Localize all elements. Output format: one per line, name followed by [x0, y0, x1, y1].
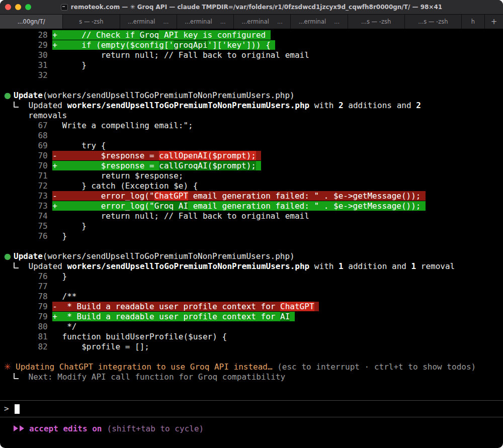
code-text: return $response; [52, 171, 183, 181]
code-text: removals [4, 111, 67, 120]
diff-context-line: 69 try { [4, 141, 499, 151]
tab-bar: ...00gn/T/s — -zsh...erminal......ermina… [0, 14, 503, 29]
added-code-highlight: Groq AI [154, 201, 188, 211]
code-text: (workers/sendUpsellToGoPremiumToNonPremi… [43, 251, 295, 261]
titlebar[interactable]: remoteok.com — ✳ Groq API — claude TMPDI… [0, 0, 503, 14]
code-text: function buildUserProfile($user) { [52, 332, 227, 341]
tab-title: h [471, 18, 475, 25]
code-text: additions and [344, 101, 416, 110]
removed-code: - * Build a readable user profile contex… [52, 302, 280, 311]
diff-context-line: 68 [4, 131, 499, 141]
mode-hint: (shift+tab to cycle) [107, 424, 204, 434]
tab-overflow-indicator: ... [163, 18, 169, 25]
code-text: return null; // Fall back to original em… [52, 211, 309, 221]
terminal-tab[interactable]: ...erminal... [177, 15, 234, 29]
added-code: + * Build a readable user profile contex… [52, 312, 280, 321]
diff-line-removed: 79 - * Build a readable user profile con… [4, 302, 499, 312]
minimize-button[interactable] [15, 4, 21, 10]
code-text: Updated [19, 261, 67, 271]
line-number: 73 [4, 201, 52, 211]
tab-title: ...erminal [299, 18, 326, 25]
terminal-tab[interactable]: ...00gn/T/ [0, 15, 63, 29]
diff-context-line: 30 return null; // Fall back to original… [4, 50, 499, 60]
prompt-input-box[interactable]: > [0, 400, 503, 417]
terminal-tab[interactable]: ...s — -zsh [348, 15, 405, 29]
line-number: 81 [4, 332, 52, 341]
line-number: 76 [4, 231, 52, 241]
bullet-icon: ● [4, 251, 14, 261]
code-text [4, 101, 14, 110]
close-button[interactable] [5, 4, 11, 10]
code-text: } [52, 221, 86, 231]
terminal-window: remoteok.com — ✳ Groq API — claude TMPDI… [0, 0, 503, 448]
tool-call-header: ● Update(workers/sendUpsellToGoPremiumTo… [4, 91, 499, 101]
tab-title: s — -zsh [79, 18, 103, 25]
added-code-highlight: groqApi [174, 40, 207, 50]
text-cursor [15, 404, 20, 414]
terminal-tab[interactable]: s — -zsh [63, 15, 120, 29]
added-code: ']['key'])) { [208, 40, 276, 50]
added-code [256, 161, 261, 170]
window-controls [5, 0, 31, 14]
code-text: Write a compelling email:"; [52, 121, 193, 130]
diff-context-line: 31 } [4, 60, 499, 70]
hint-text: Next: Modify API call function for Groq … [19, 372, 285, 382]
diff-context-line: 74 return null; // Fall back to original… [4, 211, 499, 221]
added-code: + error_log(" [52, 201, 154, 211]
diff-context-line: 82 $profile = []; [4, 342, 499, 352]
line-number: 68 [4, 131, 48, 140]
code-text: */ [52, 322, 76, 331]
added-code: + $response = [52, 161, 159, 170]
status-line: ✳ Updating ChatGPT integration to use Gr… [4, 362, 499, 372]
diff-context-line: 71 return $response; [4, 171, 499, 181]
diff-context-line: 81 function buildUserProfile($user) { [4, 332, 499, 342]
code-text: } [52, 272, 67, 281]
terminal-tab[interactable]: h [462, 15, 485, 29]
code-text: with [309, 101, 339, 110]
removed-code [314, 302, 319, 311]
terminal-tab[interactable]: ...erminal... [234, 15, 291, 29]
line-number: 67 [4, 121, 52, 130]
blank-line [4, 80, 499, 91]
diff-line-added: 28 + // Check if Groq API key is configu… [4, 30, 499, 40]
terminal-tab[interactable]: ...erminal... [291, 15, 348, 29]
removed-code-highlight: ChatGPT [280, 302, 314, 311]
line-number: 75 [4, 221, 52, 231]
diff-line-added: 79 + * Build a readable user profile con… [4, 312, 499, 322]
diff-line-removed: 70 - $response = callOpenAI($prompt); [4, 151, 499, 161]
code-text: addition and [344, 261, 411, 271]
added-code: email generation failed: " . $e->getMess… [188, 201, 426, 211]
line-number: 31 [4, 60, 52, 70]
line-number: 28 [4, 30, 52, 40]
elbow-icon [14, 102, 19, 108]
line-number: 78 [4, 292, 52, 301]
diff-context-line: 76 } [4, 231, 499, 241]
terminal-tab[interactable]: ...s — -zsh [405, 15, 462, 29]
line-number: 29 [4, 40, 52, 50]
diff-context-line: 80 */ [4, 322, 499, 332]
terminal-output[interactable]: 28 + // Check if Groq API key is configu… [0, 29, 503, 382]
bold-text: 1 [411, 261, 416, 271]
diff-line-added: 29 + if (empty($config['groqApi']['key']… [4, 40, 499, 50]
added-code: API key is configured [159, 30, 271, 40]
line-number: 69 [4, 141, 52, 150]
code-text: $profile = []; [52, 342, 149, 351]
prompt-symbol: > [4, 404, 9, 414]
status-text: Updating ChatGPT integration to use Groq… [11, 362, 277, 372]
line-number: 79 [4, 302, 52, 311]
new-tab-button[interactable]: + [485, 15, 503, 29]
removed-code-highlight: callOpenAI($prompt); [159, 151, 256, 160]
bullet-icon: ● [4, 91, 14, 100]
line-number: 79 [4, 312, 52, 321]
tab-title: ...00gn/T/ [18, 18, 45, 25]
blank-line [4, 241, 499, 251]
elbow-icon [14, 373, 19, 379]
window-title-area: remoteok.com — ✳ Groq API — claude TMPDI… [61, 4, 442, 11]
code-text: } [52, 60, 86, 70]
removed-code [256, 151, 261, 160]
code-text: removal [416, 261, 455, 271]
diff-context-line: 72 } catch (Exception $e) { [4, 181, 499, 191]
terminal-tab[interactable]: ...erminal... [120, 15, 177, 29]
zoom-button[interactable] [25, 4, 31, 10]
tool-result-summary: removals [4, 111, 499, 121]
